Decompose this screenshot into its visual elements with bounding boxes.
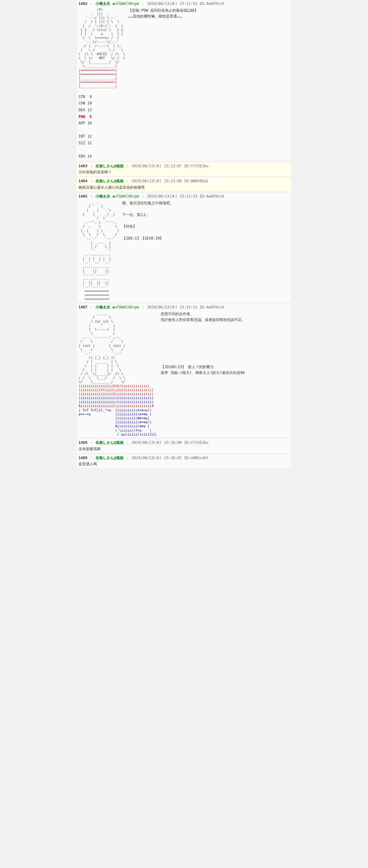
post-body-1469: 是普通人嗎 (79, 462, 289, 467)
post-body-1463: 方向音痴的美形嗎？ (79, 170, 289, 175)
pow-value: POW 5 (79, 115, 92, 119)
stat-edu: EDU 14 (79, 153, 289, 160)
post-header-1462: 1462 ： 小梅太夫 ◆uTõmKlV6rpm ： 2019/06/13(木)… (79, 1, 289, 6)
post-name: 名無しさん@狐板 (95, 179, 123, 183)
post-number: 1468 (79, 440, 87, 445)
post-id: ID:uHNG+obY (184, 456, 208, 460)
stat-dex: DEX 13 (79, 107, 289, 114)
post-number: 1464 (79, 179, 87, 183)
post-name: 名無しさん@狐板 (95, 456, 123, 460)
post-content-1465: _ , ( ` )_ ( ) `) (_ (_ . _) _) / ) .-''… (79, 200, 289, 301)
post-date: 2019/06/13(木) 23:16:01 (132, 456, 182, 460)
stat-str: STR 9 (79, 94, 289, 100)
post-date: 2019/06/13(木) 23:15:11 (147, 305, 198, 309)
other-stats-text: ……其他的屬性嘛。雖然是普通……。 (128, 13, 289, 19)
right-text-1462: 【悲報:POW 是到目前為止的最低值記錄】 ……其他的屬性嘛。雖然是普通……。 (128, 8, 289, 19)
post-name: 小梅太夫 (95, 2, 110, 6)
reaction-text: 嗯。會沉浸在狂氣之中脫落吧。 (122, 200, 289, 206)
post-content-1467: _____ / \ / (o) (o) \ | ^ | | \-----/ | … (79, 311, 289, 436)
dice-influence: 【1D100:23】 那人？的影響力 (161, 364, 289, 370)
post-tripcode: ◆uTõmKlV6rpm (113, 2, 139, 6)
ascii-art-1467: _____ / \ / (o) (o) \ | ^ | | \-----/ | … (79, 311, 158, 436)
right-text-1467: 意想不到的合作者。 也許會有人對你宣誓忠誠。或者提供幫助也說不定。 【1D100… (161, 311, 289, 376)
right-text-1465: 嗯。會沉浸在狂氣之中脫落吧。 下一位、第2人。 【特色】 【1D6:1】【1D1… (122, 200, 289, 241)
post-date: 2019/06/13(木) 23:13:08 (132, 179, 182, 183)
stat-app: APP 16 (79, 120, 289, 127)
special-label: 【特色】 (122, 224, 289, 229)
sad-news-text: 【悲報:POW 是到目前為止的最低值記錄】 (128, 8, 289, 13)
post-header-1467: 1467 ： 小梅太夫 ◆uTõmKlV6rpm ： 2019/06/13(木)… (79, 305, 289, 310)
post-1468: 1468 ： 名無しさん@狐板 ： 2019/06/13(木) 23:16:00… (77, 439, 291, 453)
post-1464: 1464 ： 名無しさん@狐板 ： 2019/06/13(木) 23:13:08… (77, 177, 291, 191)
post-id: ID:4wDFOn/6 (200, 305, 224, 309)
post-id: ID:4wDFOn/6 (200, 194, 224, 198)
post-name: 小梅太夫 (95, 194, 110, 198)
post-1467: 1467 ： 小梅太夫 ◆uTõmKlV6rpm ： 2019/06/13(木)… (77, 304, 291, 438)
post-header-1463: 1463 ： 名無しさん@狐板 ： 2019/06/13(木) 23:13:07… (79, 163, 289, 169)
post-header-1465: 1465 ： 小梅太夫 ◆uTõmKlV6rpm ： 2019/06/13(木)… (79, 194, 289, 199)
stat-pow: POW 5 (79, 114, 289, 120)
post-body-1464: 雖然豆腐心靈令人擔心但是其他的都優秀 (79, 185, 289, 190)
post-1463: 1463 ： 名無しさん@狐板 ： 2019/06/13(木) 23:13:07… (77, 162, 291, 177)
post-header-1468: 1468 ： 名無しさん@狐板 ： 2019/06/13(木) 23:16:00… (79, 440, 289, 445)
post-1469: 1469 ： 名無しさん@狐板 ： 2019/06/13(木) 23:16:01… (77, 454, 291, 468)
oath-text: 也許會有人對你宣誓忠誠。或者提供幫助也說不定。 (161, 317, 289, 323)
ascii-art-1462: /V\ , ||| , `---/ ||| \---` / / [ ||| ] … (79, 8, 125, 93)
post-body-1468: 沒有那麼高啊 (79, 446, 289, 452)
post-name: 小梅太夫 (95, 305, 110, 309)
post-header-1469: 1469 ： 名無しさん@狐板 ： 2019/06/13(木) 23:16:01… (79, 456, 289, 461)
post-header-1464: 1464 ： 名無しさん@狐板 ： 2019/06/13(木) 23:13:08… (79, 179, 289, 184)
post-id: ID:YlYCE2bu (184, 164, 208, 168)
post-id: ID:YlYCE2bu (184, 440, 208, 445)
post-number: 1467 (79, 305, 87, 309)
stat-con: CON 10 (79, 100, 289, 107)
post-date: 2019/06/13(木) 23:12:51 (147, 2, 198, 6)
next-text: 下一位、第2人。 (122, 212, 289, 218)
stat-siz: SIZ 12 (79, 140, 289, 147)
post-date: 2019/06/13(木) 23:13:07 (132, 164, 182, 168)
unexpected-text: 意想不到的合作者。 (161, 311, 289, 317)
post-id: ID:4wDFOn/6 (200, 2, 224, 6)
influence-detail: 基準 清姫―(能力)、輝夜大人(財力)級別大約是80 (161, 370, 289, 376)
dice-result: 【1D6:1】【1D10:10】 (122, 236, 289, 241)
stats-block-1462: STR 9 CON 10 DEX 13 POW 5 APP 16 INT 12 … (79, 94, 289, 160)
post-id: ID:0WHS9Ea2 (184, 179, 208, 183)
post-1462: 1462 ： 小梅太夫 ◆uTõmKlV6rpm ： 2019/06/13(木)… (77, 0, 291, 161)
post-name: 名無しさん@狐板 (95, 164, 123, 168)
stat-int: INT 12 (79, 133, 289, 140)
post-number: 1469 (79, 456, 87, 460)
post-date: 2019/06/13(木) 23:13:33 (147, 194, 198, 198)
post-tripcode: ◆uTõmKlV6rpm (113, 194, 139, 198)
post-number: 1463 (79, 164, 87, 168)
post-1465: 1465 ： 小梅太夫 ◆uTõmKlV6rpm ： 2019/06/13(木)… (77, 193, 291, 302)
ascii-art-1465: _ , ( ` )_ ( ) `) (_ (_ . _) _) / ) .-''… (79, 200, 119, 301)
post-date: 2019/06/13(木) 23:16:00 (132, 440, 182, 445)
post-tripcode: ◆uTõmKlV6rpm (113, 305, 139, 309)
post-number: 1462 (79, 2, 87, 6)
post-name: 名無しさん@狐板 (95, 440, 123, 445)
post-number: 1465 (79, 194, 87, 198)
post-content-1462: /V\ , ||| , `---/ ||| \---` / / [ ||| ] … (79, 8, 289, 93)
